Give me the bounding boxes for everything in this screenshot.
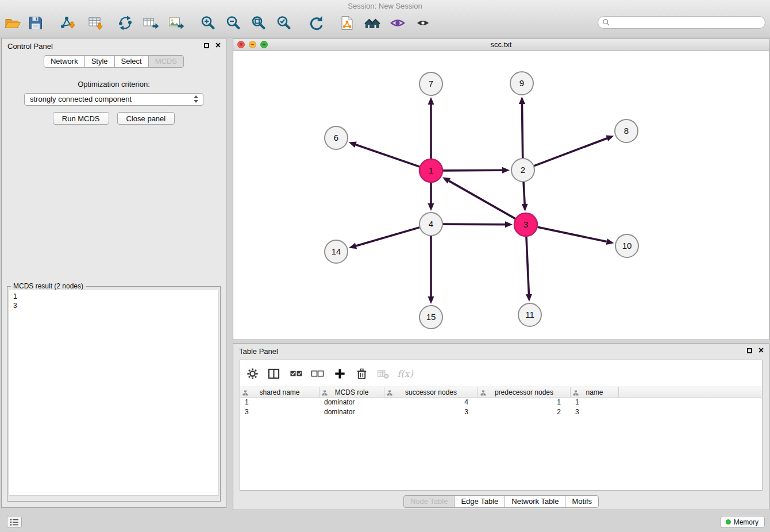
graph-edge-3-11[interactable]	[526, 237, 529, 294]
column-header-label: successor nodes	[405, 388, 457, 396]
search-input[interactable]	[610, 18, 765, 26]
edge-arrowhead	[519, 97, 525, 104]
graph-node-label: 2	[521, 165, 525, 175]
graph-node-label: 15	[426, 312, 436, 322]
tab-network-table[interactable]: Network Table	[505, 495, 565, 508]
mcds-result-list[interactable]: 13	[9, 290, 219, 496]
zoom-in-icon[interactable]	[198, 13, 218, 33]
float-panel-icon[interactable]	[204, 43, 209, 48]
mcds-result-item[interactable]: 3	[13, 301, 214, 310]
zoom-fit-icon[interactable]	[249, 13, 268, 33]
column-type-icon	[242, 390, 248, 395]
export-network-icon[interactable]	[116, 13, 135, 33]
open-session-icon[interactable]	[3, 13, 22, 33]
optimization-criterion-label: Optimization criterion:	[2, 80, 226, 88]
graph-edge-4-14[interactable]	[356, 228, 419, 246]
criterion-select[interactable]: strongly connected component	[24, 93, 203, 106]
tab-select[interactable]: Select	[114, 55, 149, 68]
toggle-columns-icon[interactable]	[266, 366, 281, 381]
graph-edge-1-6[interactable]	[356, 145, 419, 167]
zoom-selected-icon[interactable]	[274, 13, 294, 33]
network-canvas[interactable]: 7968124314101511	[233, 51, 769, 340]
select-all-icon[interactable]	[288, 366, 303, 381]
column-type-icon	[322, 390, 328, 395]
column-header-filler	[619, 387, 762, 397]
control-panel: Control Panel × NetworkStyleSelectMCDS O…	[1, 38, 226, 508]
close-table-panel-icon[interactable]: ×	[759, 346, 764, 355]
export-table-icon[interactable]	[141, 13, 160, 33]
search-box[interactable]	[598, 16, 765, 29]
style-eye-icon[interactable]	[388, 13, 407, 33]
graph-edge-3-1[interactable]	[449, 181, 515, 219]
save-session-icon[interactable]	[26, 13, 45, 33]
graph-edge-2-8[interactable]	[534, 138, 607, 166]
cell-mcds-role: dominator	[319, 398, 384, 407]
close-mcds-panel-button[interactable]: Close panel	[117, 112, 175, 125]
edge-arrowhead	[526, 294, 532, 302]
graph-edge-2-9[interactable]	[522, 104, 522, 158]
session-list-button[interactable]	[7, 516, 22, 528]
show-hide-icon[interactable]	[413, 13, 433, 33]
close-window-icon[interactable]: ×	[237, 41, 245, 48]
graph-edge-1-2[interactable]	[443, 170, 502, 171]
control-panel-title: Control Panel	[7, 42, 53, 51]
table-row[interactable]: 3dominator323	[240, 407, 762, 417]
column-header-predecessor-nodes[interactable]: predecessor nodes	[478, 387, 571, 397]
memory-button[interactable]: Memory	[721, 516, 765, 528]
network-graph[interactable]: 7968124314101511	[233, 51, 769, 340]
edge-arrowhead	[606, 136, 614, 141]
cell-name: 3	[571, 407, 619, 417]
minimize-window-icon[interactable]: −	[249, 41, 256, 48]
import-network-icon[interactable]	[58, 13, 78, 33]
graph-node-label: 6	[334, 133, 338, 142]
graph-node-label: 14	[332, 246, 341, 256]
cell-successor-nodes: 3	[384, 407, 478, 417]
graph-node-label: 1	[429, 165, 433, 175]
edge-arrowhead	[349, 243, 357, 249]
column-header-successor-nodes[interactable]: successor nodes	[384, 387, 478, 397]
graph-node-label: 3	[523, 219, 528, 229]
add-row-icon[interactable]	[332, 366, 347, 381]
mcds-buttons-row: Run MCDS Close panel	[2, 112, 226, 125]
cell-predecessor-nodes: 2	[478, 407, 571, 417]
window-chrome: Session: New Session	[0, 0, 770, 37]
graph-edge-3-10[interactable]	[538, 227, 607, 241]
network-from-selection-icon[interactable]	[337, 13, 357, 33]
tab-mcds[interactable]: MCDS	[148, 55, 184, 68]
tab-network[interactable]: Network	[44, 55, 85, 68]
run-mcds-button[interactable]: Run MCDS	[53, 112, 109, 125]
search-icon	[602, 18, 610, 26]
unselect-all-icon[interactable]	[310, 366, 325, 381]
refresh-icon[interactable]	[306, 13, 326, 33]
delete-row-icon[interactable]	[354, 366, 369, 381]
graph-edge-2-3[interactable]	[523, 182, 525, 204]
edge-arrowhead	[428, 97, 434, 105]
tab-edge-table[interactable]: Edge Table	[454, 495, 505, 508]
close-panel-icon[interactable]: ×	[215, 41, 221, 50]
tab-style[interactable]: Style	[84, 55, 115, 68]
select-stepper-icon	[194, 95, 199, 103]
column-header-mcds-role[interactable]: MCDS role	[319, 387, 384, 397]
column-header-name[interactable]: name	[571, 387, 619, 397]
column-header-shared-name[interactable]: shared name	[240, 387, 319, 397]
control-panel-header: Control Panel ×	[2, 38, 226, 53]
control-panel-tabbar: NetworkStyleSelectMCDS	[2, 55, 226, 68]
zoom-window-icon[interactable]: +	[260, 41, 268, 48]
graph-edge-4-3[interactable]	[443, 224, 505, 225]
table-row[interactable]: 1dominator411	[240, 398, 762, 407]
graph-node-label: 4	[429, 219, 433, 229]
column-header-label: name	[586, 388, 603, 396]
table-panel-tabbar: Node TableEdge TableNetwork TableMotifs	[233, 495, 769, 508]
tab-motifs[interactable]: Motifs	[565, 495, 599, 508]
first-neighbors-icon[interactable]	[363, 13, 382, 33]
settings-gear-icon[interactable]	[245, 366, 260, 381]
criterion-selected-value: strongly connected component	[30, 95, 132, 103]
table-body: 1dominator4113dominator323	[240, 398, 762, 417]
titlebar: Session: New Session	[0, 0, 770, 13]
export-image-icon[interactable]	[166, 13, 186, 33]
zoom-out-icon[interactable]	[224, 13, 243, 33]
import-table-icon[interactable]	[86, 13, 105, 33]
float-table-panel-icon[interactable]	[747, 348, 752, 353]
tab-node-table[interactable]: Node Table	[403, 495, 455, 508]
mcds-result-item[interactable]: 1	[13, 292, 214, 301]
